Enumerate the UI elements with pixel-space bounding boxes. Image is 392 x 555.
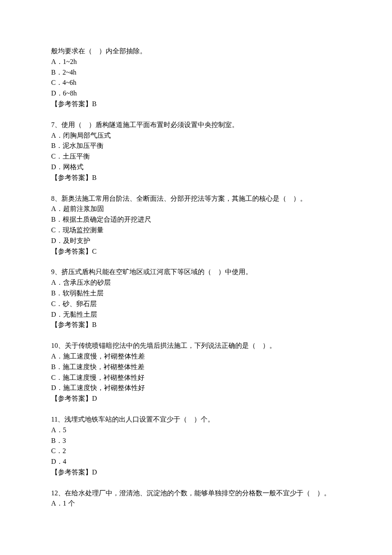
question-option-a: A．含承压水的砂层 [51, 278, 341, 288]
question-option-b: B．2~4h [51, 67, 341, 78]
document-page: 般均要求在（ ）内全部抽除。 A．1~2h B．2~4h C．4~6h D．6~… [0, 0, 392, 555]
question-stem: 8、新奥法施工常用台阶法、全断面法、分部开挖法等方案，其施工的核心是（ ）。 [51, 194, 341, 204]
question-option-c: C．砂、卵石层 [51, 299, 341, 309]
question-option-a: A．施工速度慢，衬砌整体性差 [51, 351, 341, 362]
question-6: 般均要求在（ ）内全部抽除。 A．1~2h B．2~4h C．4~6h D．6~… [51, 46, 341, 110]
question-stem: 11、浅埋式地铁车站的出人口设置不宜少于（ ）个。 [51, 414, 341, 425]
question-option-c: C．现场监控测量 [51, 225, 341, 236]
question-option-a: A．5 [51, 425, 341, 436]
question-stem: 10、关于传统喷锚暗挖法中的先墙后拱法施工，下列说法正确的是（ ）。 [51, 341, 341, 351]
question-option-d: D．4 [51, 457, 341, 467]
question-option-d: D．6~8h [51, 88, 341, 99]
question-12: 12、在给水处理厂中，澄清池、沉淀池的个数，能够单独排空的分格数一般不宜少于（ … [51, 488, 341, 509]
question-option-b: B．3 [51, 436, 341, 446]
question-8: 8、新奥法施工常用台阶法、全断面法、分部开挖法等方案，其施工的核心是（ ）。 A… [51, 194, 341, 257]
question-option-c: C．2 [51, 446, 341, 457]
question-option-c: C．4~6h [51, 78, 341, 88]
question-11: 11、浅埋式地铁车站的出人口设置不宜少于（ ）个。 A．5 B．3 C．2 D．… [51, 414, 341, 478]
question-option-c: C．土压平衡 [51, 151, 341, 162]
question-7: 7、使用（ ）盾构隧道施工平面布置时必须设置中央控制室。 A．闭胸局部气压式 B… [51, 120, 341, 183]
question-option-a: A．1 个 [51, 498, 341, 509]
question-option-d: D．施工速度快，衬砌整体性好 [51, 383, 341, 393]
question-9: 9、挤压式盾构只能在空旷地区或江河底下等区域的（ ）中使用。 A．含承压水的砂层… [51, 267, 341, 330]
question-option-a: A．闭胸局部气压式 [51, 130, 341, 141]
question-stem: 7、使用（ ）盾构隧道施工平面布置时必须设置中央控制室。 [51, 120, 341, 130]
question-stem: 12、在给水处理厂中，澄清池、沉淀池的个数，能够单独排空的分格数一般不宜少于（ … [51, 488, 341, 499]
question-option-b: B．泥水加压平衡 [51, 141, 341, 151]
question-answer: 【参考答案】D [51, 393, 341, 404]
question-answer: 【参考答案】C [51, 246, 341, 257]
question-option-d: D．无黏性土层 [51, 309, 341, 320]
question-stem: 9、挤压式盾构只能在空旷地区或江河底下等区域的（ ）中使用。 [51, 267, 341, 278]
question-option-b: B．施工速度快，衬砌整体性差 [51, 362, 341, 373]
question-stem: 般均要求在（ ）内全部抽除。 [51, 46, 341, 57]
question-option-a: A．超前注浆加固 [51, 204, 341, 214]
question-option-b: B．软弱黏性土层 [51, 288, 341, 299]
question-answer: 【参考答案】B [51, 320, 341, 330]
question-answer: 【参考答案】B [51, 173, 341, 183]
question-answer: 【参考答案】B [51, 99, 341, 110]
question-option-c: C．施工速度慢，衬砌整体性好 [51, 373, 341, 383]
question-option-d: D．及时支护 [51, 236, 341, 246]
question-option-a: A．1~2h [51, 57, 341, 67]
question-10: 10、关于传统喷锚暗挖法中的先墙后拱法施工，下列说法正确的是（ ）。 A．施工速… [51, 341, 341, 404]
question-option-b: B．根据土质确定合适的开挖进尺 [51, 214, 341, 225]
question-option-d: D．网格式 [51, 162, 341, 173]
question-answer: 【参考答案】D [51, 467, 341, 478]
